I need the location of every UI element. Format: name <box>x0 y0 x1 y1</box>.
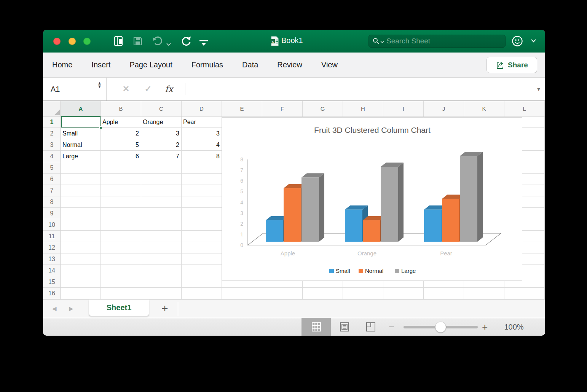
cell-A11[interactable] <box>61 231 101 242</box>
row-header-2[interactable]: 2 <box>43 128 61 139</box>
cell-C3[interactable]: 2 <box>141 139 182 151</box>
add-sheet-button[interactable]: + <box>157 300 172 318</box>
cell-A10[interactable] <box>61 219 101 231</box>
cell-B4[interactable]: 6 <box>101 151 141 162</box>
cell-B3[interactable]: 5 <box>101 139 141 151</box>
cell-G16[interactable] <box>303 288 343 299</box>
cell-B8[interactable] <box>101 196 141 208</box>
row-header-14[interactable]: 14 <box>43 265 61 276</box>
row-header-10[interactable]: 10 <box>43 219 61 231</box>
cell-B1[interactable]: Apple <box>101 116 141 128</box>
tab-formulas[interactable]: Formulas <box>191 61 223 69</box>
cell-F16[interactable] <box>262 288 303 299</box>
cell-D13[interactable] <box>182 253 222 265</box>
cell-D10[interactable] <box>182 219 222 231</box>
cell-E16[interactable] <box>222 288 262 299</box>
tab-insert[interactable]: Insert <box>91 61 110 69</box>
column-header-I[interactable]: I <box>383 101 424 116</box>
search-input[interactable] <box>386 37 501 45</box>
minimize-window-button[interactable] <box>69 38 76 45</box>
cell-H16[interactable] <box>343 288 383 299</box>
cell-A6[interactable] <box>61 174 101 185</box>
normal-view-button[interactable] <box>301 318 331 336</box>
cell-A13[interactable] <box>61 253 101 265</box>
cell-A7[interactable] <box>61 185 101 196</box>
row-header-1[interactable]: 1 <box>43 116 61 128</box>
embedded-chart[interactable]: Fruit 3D Clustered Column Chart012345678… <box>222 117 522 281</box>
cell-A16[interactable] <box>61 288 101 299</box>
row-header-11[interactable]: 11 <box>43 231 61 242</box>
tab-page-layout[interactable]: Page Layout <box>129 61 172 69</box>
column-header-L[interactable]: L <box>504 101 545 116</box>
cell-D9[interactable] <box>182 208 222 219</box>
cell-C8[interactable] <box>141 196 182 208</box>
tab-data[interactable]: Data <box>242 61 258 69</box>
cell-A14[interactable] <box>61 265 101 276</box>
name-box[interactable]: A1 ▲ ▼ <box>43 78 107 100</box>
zoom-slider-thumb[interactable] <box>435 322 446 333</box>
cell-C7[interactable] <box>141 185 182 196</box>
cell-A15[interactable] <box>61 276 101 288</box>
cell-C15[interactable] <box>141 276 182 288</box>
cell-D15[interactable] <box>182 276 222 288</box>
column-header-H[interactable]: H <box>343 101 383 116</box>
column-header-E[interactable]: E <box>222 101 262 116</box>
cell-D4[interactable]: 8 <box>182 151 222 162</box>
cell-D8[interactable] <box>182 196 222 208</box>
tab-review[interactable]: Review <box>277 61 302 69</box>
cell-C1[interactable]: Orange <box>141 116 182 128</box>
cell-C5[interactable] <box>141 162 182 174</box>
row-header-16[interactable]: 16 <box>43 288 61 299</box>
cell-D3[interactable]: 4 <box>182 139 222 151</box>
tab-home[interactable]: Home <box>52 61 72 69</box>
cell-B5[interactable] <box>101 162 141 174</box>
column-header-K[interactable]: K <box>464 101 504 116</box>
column-header-B[interactable]: B <box>101 101 141 116</box>
cell-D5[interactable] <box>182 162 222 174</box>
cell-B14[interactable] <box>101 265 141 276</box>
zoom-window-button[interactable] <box>83 38 91 45</box>
cell-B13[interactable] <box>101 253 141 265</box>
cell-B11[interactable] <box>101 231 141 242</box>
cell-C16[interactable] <box>141 288 182 299</box>
save-icon[interactable] <box>133 36 143 46</box>
share-button[interactable]: Share <box>487 57 537 73</box>
cell-J16[interactable] <box>424 288 464 299</box>
cell-B12[interactable] <box>101 242 141 253</box>
feedback-smiley-icon[interactable] <box>511 35 523 47</box>
redo-icon[interactable] <box>181 36 191 46</box>
undo-icon[interactable] <box>152 36 163 46</box>
cell-I16[interactable] <box>383 288 424 299</box>
cell-C9[interactable] <box>141 208 182 219</box>
page-break-view-button[interactable] <box>356 318 385 336</box>
row-header-4[interactable]: 4 <box>43 151 61 162</box>
row-header-9[interactable]: 9 <box>43 208 61 219</box>
cell-K16[interactable] <box>464 288 504 299</box>
select-all-button[interactable] <box>43 101 61 116</box>
cell-A8[interactable] <box>61 196 101 208</box>
column-header-G[interactable]: G <box>303 101 343 116</box>
cell-A4[interactable]: Large <box>61 151 101 162</box>
search-scope-chevron-icon[interactable] <box>380 41 384 43</box>
cell-C13[interactable] <box>141 253 182 265</box>
prev-sheet-icon[interactable]: ◀ <box>52 300 57 318</box>
row-header-13[interactable]: 13 <box>43 253 61 265</box>
feedback-chevron-icon[interactable] <box>531 39 536 43</box>
search-field[interactable] <box>368 35 506 48</box>
row-header-12[interactable]: 12 <box>43 242 61 253</box>
row-header-3[interactable]: 3 <box>43 139 61 151</box>
column-header-F[interactable]: F <box>262 101 303 116</box>
cancel-entry-icon[interactable]: ✕ <box>115 78 137 100</box>
cell-D12[interactable] <box>182 242 222 253</box>
formula-input[interactable] <box>188 78 532 100</box>
row-header-7[interactable]: 7 <box>43 185 61 196</box>
close-window-button[interactable] <box>53 38 61 45</box>
row-header-15[interactable]: 15 <box>43 276 61 288</box>
row-header-5[interactable]: 5 <box>43 162 61 174</box>
cell-B9[interactable] <box>101 208 141 219</box>
cell-B16[interactable] <box>101 288 141 299</box>
cell-D1[interactable]: Pear <box>182 116 222 128</box>
cell-C11[interactable] <box>141 231 182 242</box>
cell-D16[interactable] <box>182 288 222 299</box>
toolbar-options-icon[interactable] <box>199 38 208 49</box>
